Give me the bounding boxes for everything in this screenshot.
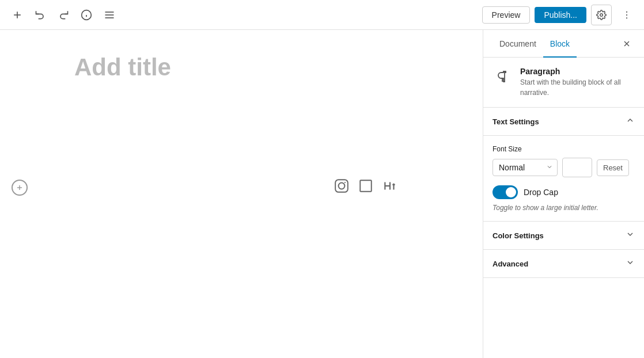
title-placeholder[interactable]: Add title bbox=[74, 53, 408, 82]
main-area: Add title bbox=[0, 30, 644, 358]
editor-inner: Add title bbox=[40, 30, 443, 105]
heading-icon[interactable] bbox=[382, 178, 397, 193]
drop-cap-toggle[interactable] bbox=[493, 185, 518, 199]
info-button[interactable] bbox=[76, 5, 97, 25]
font-size-select-wrap: Normal Small Medium Large Extra Large bbox=[493, 159, 558, 176]
more-options-button[interactable] bbox=[616, 5, 637, 25]
svg-rect-14 bbox=[335, 180, 348, 192]
block-description: Start with the building block of all nar… bbox=[520, 77, 635, 98]
text-settings-header[interactable]: Text Settings bbox=[483, 108, 644, 136]
svg-point-8 bbox=[600, 13, 603, 16]
font-size-controls: Normal Small Medium Large Extra Large bbox=[493, 158, 635, 177]
drop-cap-row: Drop Cap bbox=[493, 185, 635, 199]
color-settings-header[interactable]: Color Settings bbox=[483, 222, 644, 250]
block-toolbar-icons bbox=[334, 178, 397, 193]
instagram-icon[interactable] bbox=[334, 178, 349, 193]
advanced-title: Advanced bbox=[493, 260, 528, 268]
svg-point-9 bbox=[626, 11, 627, 12]
undo-button[interactable] bbox=[30, 5, 51, 25]
toolbar-right: Preview Publish... bbox=[482, 5, 637, 25]
drop-cap-label: Drop Cap bbox=[524, 188, 558, 197]
editor-area: Add title bbox=[0, 30, 483, 358]
svg-point-10 bbox=[626, 14, 627, 15]
sidebar-tabs: Document Block bbox=[483, 30, 644, 58]
text-settings-section: Text Settings Font Size Normal Small Med… bbox=[483, 108, 644, 222]
drop-cap-hint: Toggle to show a large initial letter. bbox=[493, 204, 635, 212]
publish-button[interactable]: Publish... bbox=[535, 7, 586, 23]
block-info: Paragraph Start with the building block … bbox=[483, 58, 644, 108]
sidebar: Document Block Paragraph Start with the … bbox=[483, 30, 644, 358]
settings-button[interactable] bbox=[591, 5, 612, 25]
font-size-input[interactable] bbox=[562, 158, 592, 177]
add-block-button[interactable] bbox=[7, 5, 28, 25]
svg-point-11 bbox=[626, 17, 627, 18]
block-icon[interactable] bbox=[358, 178, 373, 193]
text-settings-title: Text Settings bbox=[493, 117, 539, 126]
sidebar-close-button[interactable] bbox=[619, 36, 635, 52]
text-settings-chevron bbox=[626, 116, 635, 127]
preview-button[interactable]: Preview bbox=[482, 6, 531, 24]
tab-block[interactable]: Block bbox=[543, 30, 577, 58]
svg-point-16 bbox=[344, 182, 346, 183]
paragraph-icon bbox=[493, 67, 513, 87]
add-paragraph-button[interactable] bbox=[12, 180, 28, 196]
svg-rect-17 bbox=[360, 180, 372, 192]
font-size-label: Font Size bbox=[493, 145, 635, 153]
block-title: Paragraph bbox=[520, 67, 635, 76]
advanced-header[interactable]: Advanced bbox=[483, 250, 644, 278]
toolbar-left bbox=[7, 5, 120, 25]
color-settings-title: Color Settings bbox=[493, 231, 544, 240]
menu-button[interactable] bbox=[99, 5, 120, 25]
tab-document[interactable]: Document bbox=[493, 30, 543, 58]
text-settings-content: Font Size Normal Small Medium Large Extr… bbox=[483, 136, 644, 222]
color-settings-chevron bbox=[626, 230, 635, 241]
redo-button[interactable] bbox=[53, 5, 74, 25]
reset-button[interactable]: Reset bbox=[597, 159, 629, 176]
advanced-chevron bbox=[626, 258, 635, 269]
svg-point-15 bbox=[339, 183, 345, 189]
font-size-select[interactable]: Normal Small Medium Large Extra Large bbox=[493, 159, 558, 176]
toolbar: Preview Publish... bbox=[0, 0, 644, 30]
